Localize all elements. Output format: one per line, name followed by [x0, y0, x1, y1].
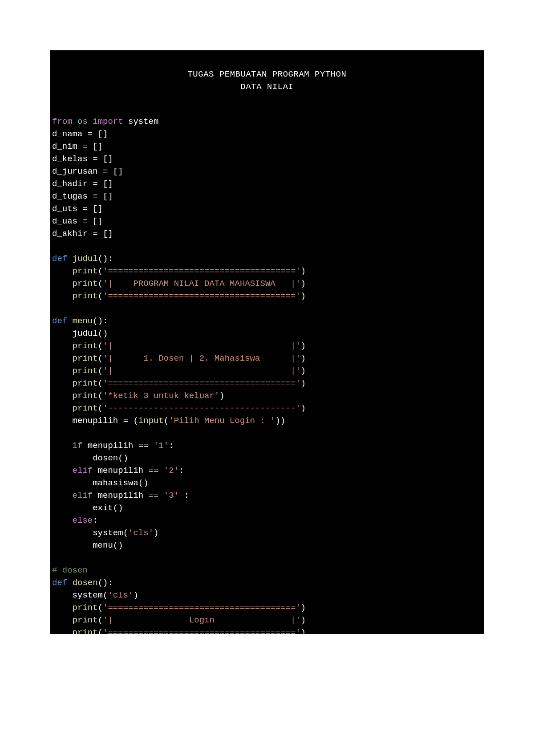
decl-d-tugas: d_tugas = []: [52, 191, 113, 201]
string-two: '2': [164, 466, 179, 476]
print-call: print: [73, 341, 98, 351]
string-header: '| PROGRAM NILAI DATA MAHASISWA |': [103, 279, 301, 289]
decl-d-akhir: d_akhir = []: [52, 229, 113, 239]
document-page: TUGAS PEMBUATAN PROGRAM PYTHON DATA NILA…: [0, 0, 534, 756]
string-empty-row: '| |': [103, 341, 301, 351]
decl-d-uas: d_uas = []: [52, 216, 103, 226]
print-call: print: [73, 279, 98, 289]
keyword-import: import: [93, 117, 123, 126]
string-dashes: '-------------------------------------': [103, 403, 301, 413]
decl-d-jurusan: d_jurusan = []: [52, 167, 123, 176]
print-call: print: [73, 266, 98, 276]
print-call: print: [73, 603, 98, 613]
mahasiswa-call: mahasiswa: [93, 478, 138, 488]
exit-call: exit: [93, 503, 113, 513]
system-call: system: [93, 528, 123, 538]
string-empty-row: '| |': [103, 366, 301, 376]
menupilih-var: menupilih: [73, 416, 118, 426]
title-section: TUGAS PEMBUATAN PROGRAM PYTHON DATA NILA…: [50, 68, 484, 93]
menu-call: menu: [93, 541, 113, 550]
comment-dosen: # dosen: [52, 565, 88, 575]
string-cls: 'cls': [128, 528, 154, 538]
string-pilih-menu: 'Pilih Menu Login : ': [169, 416, 275, 426]
decl-d-nim: d_nim = []: [52, 142, 103, 151]
keyword-def: def: [52, 578, 67, 588]
keyword-elif: elif: [73, 491, 93, 500]
print-call: print: [73, 291, 98, 301]
print-call: print: [73, 391, 98, 401]
decl-d-hadir: d_hadir = []: [52, 179, 113, 189]
string-three: '3': [164, 491, 179, 500]
string-equals: '=====================================': [103, 628, 301, 634]
import-system: system: [128, 117, 158, 126]
system-call: system: [73, 590, 103, 600]
fn-judul: judul: [73, 254, 98, 264]
keyword-else: else: [73, 516, 93, 525]
string-one: '1': [154, 441, 169, 451]
string-menu-options: '| 1. Dosen | 2. Mahasiswa |': [103, 354, 301, 363]
code-content: from os import system d_nama = [] d_nim …: [50, 115, 484, 634]
string-equals: '=====================================': [103, 603, 301, 613]
dosen-call: dosen: [93, 453, 118, 463]
keyword-elif: elif: [73, 466, 93, 476]
decl-d-nama: d_nama = []: [52, 129, 108, 139]
print-call: print: [73, 354, 98, 363]
string-login: '| Login |': [103, 615, 301, 625]
judul-call: judul: [73, 329, 98, 338]
decl-d-kelas: d_kelas = []: [52, 154, 113, 164]
string-ketik3: '*ketik 3 untuk keluar': [103, 391, 219, 401]
print-call: print: [73, 366, 98, 376]
module-os: os: [77, 117, 88, 126]
title-line-1: TUGAS PEMBUATAN PROGRAM PYTHON: [50, 68, 484, 81]
print-call: print: [73, 378, 98, 388]
print-call: print: [73, 628, 98, 634]
keyword-def: def: [52, 316, 67, 326]
print-call: print: [73, 615, 98, 625]
input-call: input: [138, 416, 164, 426]
fn-menu: menu: [73, 316, 93, 326]
string-cls: 'cls': [108, 590, 133, 600]
fn-dosen: dosen: [73, 578, 98, 588]
decl-d-uts: d_uts = []: [52, 204, 103, 214]
keyword-from: from: [52, 117, 73, 126]
string-equals: '=====================================': [103, 291, 301, 301]
code-editor-block: TUGAS PEMBUATAN PROGRAM PYTHON DATA NILA…: [50, 50, 484, 634]
title-line-2: DATA NILAI: [50, 81, 484, 93]
string-equals: '=====================================': [103, 378, 301, 388]
string-equals: '=====================================': [103, 266, 301, 276]
keyword-def: def: [52, 254, 67, 264]
print-call: print: [73, 403, 98, 413]
keyword-if: if: [73, 441, 83, 451]
